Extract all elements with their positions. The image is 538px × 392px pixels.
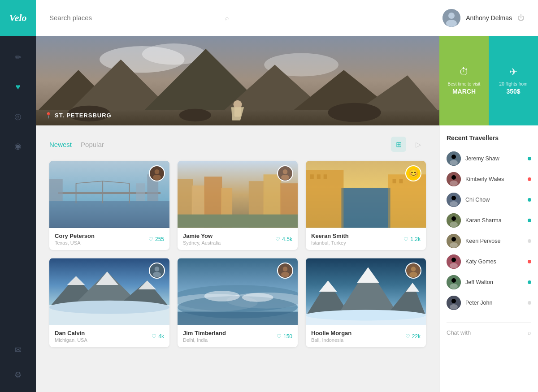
card-name-1: Jamie Yow (183, 233, 221, 239)
traveller-avatar-0 (447, 151, 461, 166)
status-dot-1 (528, 177, 531, 181)
card-image-0 (49, 161, 169, 228)
svg-rect-30 (136, 183, 145, 201)
traveller-name-7: Peter John (465, 300, 528, 306)
card-info-0: Cory Peterson Texas, USA ♡ 255 (49, 228, 169, 250)
traveller-name-4: Keeri Pervose (465, 238, 528, 244)
svg-point-95 (451, 175, 456, 180)
chat-search-icon[interactable]: ⌕ (528, 329, 531, 336)
search-container: ⌕ (49, 14, 229, 22)
card-location-5: Bali, Indonesia (311, 337, 351, 343)
status-dot-5 (528, 260, 531, 263)
svg-rect-50 (310, 174, 314, 179)
card-5: Hoolie Morgan Bali, Indonesia ♡ 22k (306, 258, 426, 347)
tab-popular[interactable]: Popular (81, 141, 104, 148)
traveller-item-6[interactable]: Jeff Walton (447, 272, 531, 293)
heart-icon-2: ♡ (404, 236, 408, 242)
header-right: Anthony Delmas ⏻ (443, 9, 525, 27)
grid-view-btn[interactable]: ⊞ (391, 137, 406, 152)
svg-point-66 (155, 267, 160, 271)
svg-point-98 (451, 196, 456, 200)
card-info-1: Jamie Yow Sydney, Australia ♡ 4.5k (178, 228, 298, 250)
edit-icon[interactable]: ✏ (10, 49, 26, 65)
card-likes-5: ♡ 22k (405, 333, 421, 340)
power-icon[interactable]: ⏻ (517, 14, 525, 22)
card-location-4: Delhi, India (183, 337, 226, 343)
card-likes-2: ♡ 1.2k (404, 236, 421, 242)
svg-rect-51 (317, 174, 321, 179)
status-dot-4 (528, 239, 531, 243)
svg-point-2 (446, 20, 457, 27)
svg-rect-75 (178, 312, 298, 325)
globe-icon[interactable]: ◎ (10, 108, 26, 125)
traveller-item-5[interactable]: Katy Gomes (447, 251, 531, 272)
hero-panels: ⏱ Best time to visit MARCH ✈ 20 flights … (439, 36, 538, 125)
inbox-icon[interactable]: ✉ (10, 342, 26, 358)
svg-point-99 (450, 201, 458, 207)
svg-point-114 (450, 304, 458, 310)
traveller-item-4[interactable]: Keeri Pervose (447, 231, 531, 251)
svg-point-111 (450, 284, 458, 289)
traveller-item-0[interactable]: Jeremy Shaw (447, 148, 531, 169)
svg-point-110 (451, 278, 456, 283)
heart-icon[interactable]: ♥ (10, 79, 26, 95)
traveller-avatar-7 (447, 296, 461, 310)
card-image-3 (49, 258, 169, 325)
card-image-5 (306, 258, 426, 325)
traveller-item-1[interactable]: Kimberly Wales (447, 169, 531, 190)
card-location-2: Istanbul, Turkey (311, 240, 349, 246)
svg-point-77 (283, 267, 288, 271)
card-likes-3: ♡ 4k (152, 333, 164, 340)
status-dot-3 (528, 219, 531, 222)
settings-icon[interactable]: ⚙ (10, 367, 26, 383)
card-image-2: 😊 (306, 161, 426, 228)
traveller-name-0: Jeremy Shaw (465, 155, 528, 162)
svg-point-45 (281, 175, 289, 180)
card-avatar-4 (277, 263, 293, 279)
tab-newest[interactable]: Newest (49, 141, 72, 148)
traveller-name-6: Jeff Walton (465, 279, 528, 285)
chat-search: Chat with ⌕ (447, 329, 531, 336)
svg-point-104 (451, 237, 456, 241)
svg-point-90 (409, 272, 417, 277)
traveller-avatar-5 (447, 254, 461, 269)
traveller-item-7[interactable]: Peter John (447, 293, 531, 313)
hero-image: 📍 ST. PETERSBURG (36, 36, 439, 125)
svg-rect-28 (49, 179, 63, 201)
flights-value: 350$ (506, 88, 520, 95)
location-pin-icon: 📍 (45, 112, 52, 119)
card-location-1: Sydney, Australia (183, 240, 221, 246)
feed-view-toggle: ⊞ ▷ (391, 137, 426, 152)
traveller-name-5: Katy Gomes (465, 258, 528, 265)
user-name: Anthony Delmas (466, 14, 512, 22)
hero-panel-visit: ⏱ Best time to visit MARCH (439, 36, 489, 125)
svg-point-93 (450, 160, 458, 165)
card-info-3: Dan Calvin Michigan, USA ♡ 4k (49, 325, 169, 347)
traveller-item-2[interactable]: Chi Chow (447, 190, 531, 210)
feed: Newest Popular ⊞ ▷ (36, 125, 439, 392)
card-location-0: Texas, USA (55, 240, 95, 246)
app-logo: Velo (0, 0, 36, 36)
card-name-4: Jim Timberland (183, 330, 226, 336)
card-avatar-1 (277, 165, 293, 181)
search-input[interactable] (49, 14, 229, 22)
status-dot-7 (528, 301, 531, 305)
traveller-item-3[interactable]: Karan Sharma (447, 210, 531, 231)
chat-label: Chat with (447, 329, 471, 336)
status-dot-0 (528, 157, 531, 160)
compass-icon[interactable]: ◉ (10, 138, 26, 154)
travellers-title: Recent Travellers (447, 134, 531, 142)
svg-rect-55 (341, 188, 390, 228)
card-name-2: Keeran Smith (311, 233, 349, 239)
traveller-avatar-3 (447, 213, 461, 228)
hero-banner: 📍 ST. PETERSBURG ⏱ Best time to visit MA… (36, 36, 538, 125)
svg-point-101 (451, 216, 456, 221)
svg-point-87 (306, 310, 426, 321)
card-name-5: Hoolie Morgan (311, 330, 351, 336)
card-likes-4: ♡ 150 (277, 333, 292, 340)
heart-icon-0: ♡ (148, 236, 153, 242)
svg-point-108 (450, 263, 458, 268)
card-image-1 (178, 161, 298, 228)
video-view-btn[interactable]: ▷ (411, 137, 426, 152)
flights-label: 20 flights from (499, 82, 528, 86)
